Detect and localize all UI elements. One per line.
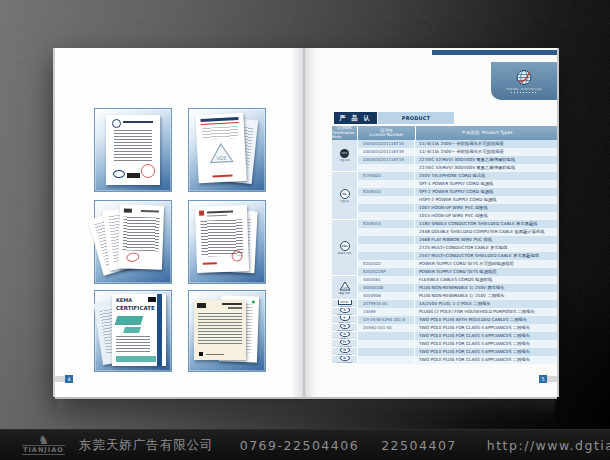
product-type-cell: TWO POLE PLUG FOR CLASS II APPLIANCES 二脚… xyxy=(415,324,557,332)
certification-table-row: 4000061FLEXIBLE CABLES CORDS 电源软线 xyxy=(358,276,557,284)
red-stamp-icon xyxy=(141,164,155,178)
vde-mark-icon: VDE xyxy=(339,281,351,291)
svg-text:VDE: VDE xyxy=(341,286,347,290)
product-type-cell: FLEXIBLE CABLES CORDS 电源软线 xyxy=(415,276,557,284)
certification-table-row: 200401020111673511/ 6(1)A 250V~ 带软线插头不可拆… xyxy=(358,148,557,156)
cert-row-column: 200401020111673411/ 6(1)A 250V~ 带软线插头不可拆… xyxy=(358,140,557,364)
footer-website: http://www.dgtianjiao.com xyxy=(487,438,610,453)
certification-table-row: E202022POWER SUPPLY CORD SETS 不可拆卸电源线组 xyxy=(358,260,557,268)
license-number-cell xyxy=(358,340,415,348)
product-type-cell: 11/ 6(1)A 250V~ 带软线插头不可拆线插座 xyxy=(415,140,557,148)
product-type-cell: 1185 SINGLE CONDUCTOR SHIELDED CABLE 单芯屏… xyxy=(415,220,557,228)
license-number-cell: E205014 xyxy=(358,220,415,228)
certification-table-row: 40008188PLUG NON-REWIRABLE 1/ 250V 两芯插头 xyxy=(358,284,557,292)
product-type-cell: POWER SUPPLY CORD SETS 电源线组 xyxy=(415,268,557,276)
fimko-mark-icon: FI xyxy=(340,340,350,345)
license-number-cell xyxy=(358,196,415,204)
header-product-types: 产品类别 Product Types xyxy=(416,126,557,140)
certification-table-row: 1007 HOOK-UP WIRE PVC 连接线 xyxy=(358,204,557,212)
license-number-cell: 2004010201116735 xyxy=(358,148,415,156)
catalog-spread: YUXING ELECTRICAL COMPANY YUXING ELECTRI… xyxy=(55,48,557,397)
semko-mark-icon: S xyxy=(340,308,350,313)
certification-table-row: 2725 MULTI-CONDUCTOR CABLE 多芯电缆 xyxy=(358,244,557,252)
certificate-panel-kema: KEMA CERTIFICATE xyxy=(94,290,172,372)
certifications-table: 认证机构 Certification Body 证书号 License Numb… xyxy=(332,126,557,364)
ove-mark-icon: Ö xyxy=(340,348,350,353)
certificate-panel-ccc xyxy=(94,108,172,192)
product-type-cell: TWO POLE PLUG FOR CLASS II APPLIANCES 二脚… xyxy=(415,332,557,340)
s-mark-mark-icon: S xyxy=(340,332,350,337)
license-number-cell xyxy=(358,164,415,172)
certificate-heading: CERTIFICATE xyxy=(116,305,155,311)
certificate-panel-inspection xyxy=(188,290,266,372)
product-type-cell: TWO POLE PLUG FOR CLASS II APPLIANCES 二脚… xyxy=(415,348,557,356)
left-page: VDE xyxy=(55,48,303,397)
header-license-number: 证书号 License Number xyxy=(358,126,416,140)
fimko-certification-body: FI芬兰 FIMKO xyxy=(332,340,357,348)
page-number-badge: 4 xyxy=(65,375,73,383)
ccc-certification-body: CCC中国 CCC xyxy=(332,140,357,172)
certification-table-row: TWO POLE PLUG FOR CLASS II APPLIANCES 二脚… xyxy=(358,340,557,348)
product-type-cell: 2448 DOUBLE SHIELDED COMPUTER CABLE 双屏蔽计… xyxy=(415,228,557,236)
s-mark-certification-body: S瑞典 S xyxy=(332,332,357,340)
nemko-mark-icon: N xyxy=(340,324,350,329)
certification-body-caption: 中国 CCC xyxy=(339,159,350,162)
license-number-cell xyxy=(358,348,415,356)
certification-table-row: E202022SPPOWER SUPPLY CORD SETS 电源线组 xyxy=(358,268,557,276)
header-logo-icon xyxy=(197,303,206,308)
certification-table-row: 200401020111673411/ 6(1)A 250V~ 带软线插头不可拆… xyxy=(358,140,557,148)
cul-mark-icon: cUL xyxy=(340,241,350,251)
kema-mark-icon: KEMA xyxy=(338,300,352,305)
certification-table-row: 2468 FLAT RIBBON WIRE PVC 排线 xyxy=(358,236,557,244)
ul-mark-icon: UL xyxy=(340,189,350,199)
license-number-cell xyxy=(358,252,415,260)
license-number-cell xyxy=(358,332,415,340)
license-number-cell: 2046Q 001 00 xyxy=(358,324,415,332)
license-number-cell: 2004010201116719 xyxy=(358,156,415,164)
page-reflection xyxy=(57,399,555,423)
certification-table-row: 2004010201116719227IEC 52(RVV) 300/500V … xyxy=(358,156,557,164)
license-number-cell xyxy=(358,212,415,220)
kema-title: KEMA xyxy=(116,297,132,303)
section-title-cn: 产 品 认 证 xyxy=(334,112,377,124)
tianjiao-logo-text: TIANJIAO xyxy=(22,445,65,455)
certification-table-row: 2079534-011A/250V PLUG, 1-2 POLE 二脚插头 xyxy=(358,300,557,308)
red-stamp-icon xyxy=(126,252,140,263)
page-number-strip xyxy=(546,376,557,382)
navy-stripe xyxy=(157,294,162,366)
globe-icon xyxy=(515,69,533,87)
semko-certification-body: S瑞典 SEMKO xyxy=(332,308,357,316)
table-header: 认证机构 Certification Body 证书号 License Numb… xyxy=(332,126,557,140)
certification-table-row: HSPT-2 POWER SUPPLY CORD 电源线 xyxy=(358,196,557,204)
certification-table-row: TWO POLE PLUG FOR CLASS II APPLIANCES 二脚… xyxy=(358,356,557,364)
certification-table-row: 2448 DOUBLE SHIELDED COMPUTER CABLE 双屏蔽计… xyxy=(358,228,557,236)
certification-table-row: E194820250V TELEPHONE CORD 电话线 xyxy=(358,172,557,180)
product-type-cell: TWO POLE PLUG FOR CLASS II APPLIANCES 二脚… xyxy=(415,340,557,348)
certification-body-caption: 加拿大 cUL xyxy=(338,252,351,255)
certification-table-row: 1015 HOOK-UP WIRE PVC 连接线 xyxy=(358,212,557,220)
license-number-cell xyxy=(358,228,415,236)
license-number-cell xyxy=(358,180,415,188)
demko-mark-icon: D xyxy=(340,356,350,361)
license-number-cell xyxy=(358,244,415,252)
ove-certification-body: Ö奥地利 ÖVE xyxy=(332,348,357,356)
certification-body-caption: 丹麦 DEMKO xyxy=(337,362,353,365)
product-type-cell: 2468 FLAT RIBBON WIRE PVC 排线 xyxy=(415,236,557,244)
license-number-cell: 4000061 xyxy=(358,276,415,284)
license-number-cell: E202022 xyxy=(358,260,415,268)
footer-bar: ♞ TIANJIAO 东莞天娇广告有限公司 0769-22504406 2250… xyxy=(0,429,610,460)
globe-caption-dots xyxy=(511,92,537,93)
product-type-cell: 227IEC 53(RVV) 300/500V 聚氯乙烯绝缘软电线 xyxy=(415,164,557,172)
certificate-panel-approvals xyxy=(188,200,266,284)
license-number-cell xyxy=(358,204,415,212)
license-number-cell: 2079534-01 xyxy=(358,300,415,308)
vde-certification-body: VDE德国 VDE xyxy=(332,276,357,300)
red-stamp-icon xyxy=(231,250,242,261)
certification-table-row: TWO POLE PLUG FOR CLASS II APPLIANCES 二脚… xyxy=(358,332,557,340)
product-type-cell: POWER SUPPLY CORD SETS 不可拆卸电源线组 xyxy=(415,260,557,268)
footer-phone-2: 22504407 xyxy=(381,438,457,453)
license-number-cell: 14065 xyxy=(358,308,415,316)
ul-certification-body: UL美国 UL xyxy=(332,172,357,220)
license-number-cell xyxy=(358,236,415,244)
product-type-cell: 227IEC 52(RVV) 300/500V 聚氯乙烯绝缘软电线 xyxy=(415,156,557,164)
